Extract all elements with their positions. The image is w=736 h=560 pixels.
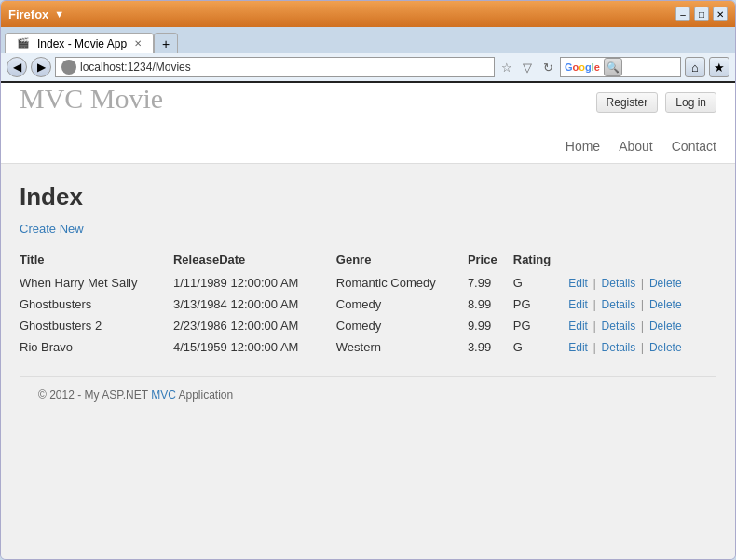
home-button[interactable]: ⌂ [685, 57, 705, 77]
address-icon [61, 60, 76, 75]
col-actions [568, 249, 716, 272]
delete-link[interactable]: Delete [649, 320, 682, 333]
details-link[interactable]: Details [602, 341, 636, 354]
footer-text-2: Application [178, 389, 233, 402]
window-controls: – □ ✕ [675, 7, 728, 21]
edit-link[interactable]: Edit [568, 341, 588, 354]
new-tab-button[interactable]: + [154, 33, 178, 53]
table-header: Title ReleaseDate Genre Price Rating [20, 249, 716, 272]
sep2: | [641, 319, 644, 333]
cell-actions: Edit | Details | Delete [568, 294, 716, 315]
browser-window: Firefox ▼ – □ ✕ 🎬 Index - Movie App ✕ + … [0, 0, 736, 560]
browser-tab[interactable]: 🎬 Index - Movie App ✕ [5, 33, 154, 53]
footer-mvc-link[interactable]: MVC [151, 389, 176, 402]
details-link[interactable]: Details [602, 298, 636, 311]
sep1: | [593, 340, 596, 354]
tab-title: Index - Movie App [37, 37, 127, 50]
table-row: Ghostbusters 3/13/1984 12:00:00 AM Comed… [20, 294, 716, 315]
table-row: When Harry Met Sally 1/11/1989 12:00:00 … [20, 272, 716, 294]
main-nav: Home About Contact [20, 139, 716, 154]
nav-home[interactable]: Home [566, 139, 600, 154]
google-logo: Google [565, 61, 600, 73]
cell-title: Rio Bravo [20, 336, 173, 358]
cell-genre: Comedy [336, 315, 468, 336]
edit-link[interactable]: Edit [568, 277, 588, 290]
nav-about[interactable]: About [619, 139, 653, 154]
bookmark-drop-icon[interactable]: ▽ [519, 59, 536, 75]
cell-rating: G [513, 272, 568, 294]
cell-title: Ghostbusters 2 [20, 315, 173, 336]
col-price: Price [468, 249, 513, 272]
delete-link[interactable]: Delete [649, 298, 682, 311]
cell-actions: Edit | Details | Delete [568, 315, 716, 336]
sep2: | [641, 297, 644, 311]
forward-button[interactable]: ▶ [31, 57, 51, 77]
cell-rating: PG [513, 294, 568, 315]
register-button[interactable]: Register [596, 92, 659, 113]
cell-genre: Western [336, 336, 468, 358]
page-title: Index [20, 183, 716, 212]
bookmarks-button[interactable]: ★ [709, 57, 729, 77]
table-header-row: Title ReleaseDate Genre Price Rating [20, 249, 716, 272]
app-footer: © 2012 - My ASP.NET MVC Application [20, 376, 716, 413]
movies-table: Title ReleaseDate Genre Price Rating Whe… [20, 249, 716, 358]
tab-favicon: 🎬 [17, 37, 30, 49]
cell-releasedate: 2/23/1986 12:00:00 AM [173, 315, 336, 336]
delete-link[interactable]: Delete [649, 277, 682, 290]
sep2: | [641, 340, 644, 354]
tab-close-icon[interactable]: ✕ [134, 38, 142, 48]
edit-link[interactable]: Edit [568, 320, 588, 333]
cell-price: 7.99 [468, 272, 513, 294]
bookmark-star-icon[interactable]: ☆ [498, 59, 515, 75]
cell-title: Ghostbusters [20, 294, 173, 315]
col-rating: Rating [513, 249, 568, 272]
cell-price: 8.99 [468, 294, 513, 315]
sep1: | [593, 319, 596, 333]
minimize-button[interactable]: – [675, 7, 690, 21]
cell-rating: PG [513, 315, 568, 336]
browser-title: Firefox [8, 7, 48, 21]
edit-link[interactable]: Edit [568, 298, 588, 311]
col-releasedate: ReleaseDate [173, 249, 336, 272]
nav-contact[interactable]: Contact [672, 139, 716, 154]
col-title: Title [20, 249, 173, 272]
cell-price: 3.99 [468, 336, 513, 358]
cell-title: When Harry Met Sally [20, 272, 173, 294]
address-input[interactable]: localhost:1234/Movies [55, 57, 495, 77]
sep2: | [641, 276, 644, 290]
maximize-button[interactable]: □ [694, 7, 709, 21]
app-header: MVC Movie Register Log in Home About Con… [1, 83, 735, 164]
details-link[interactable]: Details [602, 277, 636, 290]
main-content: Index Create New Title ReleaseDate Genre… [1, 164, 735, 431]
cell-genre: Romantic Comedy [336, 272, 468, 294]
sep1: | [593, 297, 596, 311]
cell-price: 9.99 [468, 315, 513, 336]
page-content: MVC Movie Register Log in Home About Con… [1, 83, 735, 559]
close-button[interactable]: ✕ [713, 7, 728, 21]
tab-bar: 🎬 Index - Movie App ✕ + [1, 27, 735, 53]
login-button[interactable]: Log in [665, 92, 716, 113]
cell-releasedate: 3/13/1984 12:00:00 AM [173, 294, 336, 315]
refresh-button[interactable]: ↻ [539, 59, 556, 75]
cell-releasedate: 4/15/1959 12:00:00 AM [173, 336, 336, 358]
delete-link[interactable]: Delete [649, 341, 682, 354]
details-link[interactable]: Details [602, 320, 636, 333]
table-body: When Harry Met Sally 1/11/1989 12:00:00 … [20, 272, 716, 358]
search-button[interactable]: 🔍 [604, 58, 622, 76]
cell-rating: G [513, 336, 568, 358]
cell-genre: Comedy [336, 294, 468, 315]
app-title: MVC Movie [20, 83, 163, 115]
search-box[interactable]: Google 🔍 [560, 57, 681, 77]
cell-releasedate: 1/11/1989 12:00:00 AM [173, 272, 336, 294]
sep1: | [593, 276, 596, 290]
address-url: localhost:1234/Movies [80, 61, 191, 74]
create-new-link[interactable]: Create New [20, 222, 84, 236]
col-genre: Genre [336, 249, 468, 272]
cell-actions: Edit | Details | Delete [568, 336, 716, 358]
back-button[interactable]: ◀ [7, 57, 27, 77]
table-row: Ghostbusters 2 2/23/1986 12:00:00 AM Com… [20, 315, 716, 336]
address-bar: ◀ ▶ localhost:1234/Movies ☆ ▽ ↻ Google 🔍… [1, 53, 735, 83]
cell-actions: Edit | Details | Delete [568, 272, 716, 294]
header-inner: MVC Movie Register Log in [20, 92, 716, 139]
footer-text-1: © 2012 - My ASP.NET [38, 389, 148, 402]
